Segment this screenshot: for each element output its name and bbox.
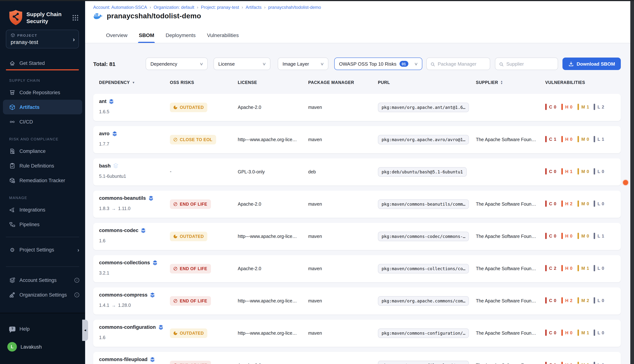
package-manager-cell: maven bbox=[308, 136, 322, 143]
breadcrumb-link[interactable]: Project: pranay-test bbox=[201, 5, 239, 10]
sidebar-item-artifacts[interactable]: Artifacts bbox=[3, 100, 82, 114]
table-row[interactable]: commons-compress 1.4.1→1.28.0 END OF LIF… bbox=[93, 288, 621, 314]
package-manager-input[interactable] bbox=[438, 61, 486, 66]
sidebar-item-compliance[interactable]: Compliance bbox=[0, 144, 85, 158]
vulnerability-counts: C 0H 0M 1L 0 bbox=[545, 330, 610, 336]
download-sbom-label: Download SBOM bbox=[577, 61, 615, 66]
sidebar-item-integrations[interactable]: Integrations bbox=[0, 202, 85, 217]
sidebar-item-cicd[interactable]: CI/CD bbox=[0, 114, 85, 129]
sidebar-item-remediation-tracker[interactable]: Remediation Tracker bbox=[0, 173, 85, 188]
purl-chip[interactable]: pkg:maven/commons-beanutils/comm… bbox=[378, 200, 469, 209]
scrollbar[interactable] bbox=[630, 0, 634, 364]
sidebar-item-get-started[interactable]: Get Started bbox=[0, 56, 85, 70]
filter-dropdown-license[interactable]: License∨ bbox=[213, 58, 270, 70]
table-row[interactable]: avro 1.7.7 CLOSE TO EOL http---www.apach… bbox=[93, 126, 621, 153]
table-row[interactable]: commons-configuration 1.6 OUTDATED http-… bbox=[93, 320, 621, 347]
license-cell: http---www.apache.org-lice… bbox=[238, 298, 297, 304]
vuln-count-m: M 2 bbox=[577, 297, 594, 304]
vuln-count-h: H 0 bbox=[561, 233, 577, 239]
purl-chip[interactable]: pkg:maven/commons-collections/co… bbox=[378, 264, 469, 274]
filter-dropdown-image-layer[interactable]: Image Layer∨ bbox=[278, 58, 328, 70]
download-sbom-button[interactable]: Download SBOM bbox=[562, 58, 621, 70]
breadcrumb-separator: › bbox=[150, 5, 151, 10]
package-manager-cell: maven bbox=[308, 330, 322, 336]
vuln-count-l: L 2 bbox=[594, 104, 610, 110]
vuln-count-l: L 1 bbox=[594, 136, 610, 142]
vuln-count-c: C 0 bbox=[545, 330, 561, 336]
purl-chip[interactable]: pkg:maven/commons-codec/commons-… bbox=[378, 232, 469, 241]
purl-chip[interactable]: pkg:maven/org.apache.avro/avro@1… bbox=[378, 135, 469, 144]
column-header-dependency[interactable]: DEPENDENCY▼ bbox=[99, 80, 135, 85]
app-logo-row: Supply Chain Security bbox=[9, 10, 79, 26]
oss-risk-badge-end-of-life: END OF LIFE bbox=[170, 296, 211, 306]
purl-chip[interactable]: pkg:maven/commons-configuration/… bbox=[378, 328, 469, 338]
sidebar-item-label: Get Started bbox=[20, 60, 45, 66]
purl-chip[interactable]: pkg:maven/commons-fileupload/com… bbox=[378, 361, 469, 364]
sidebar-collapse-handle[interactable]: ◀ bbox=[82, 320, 88, 341]
tab-vulnerabilities[interactable]: Vulnerabilities bbox=[207, 28, 239, 43]
vuln-count-m: M 0 bbox=[577, 362, 594, 364]
layers-icon bbox=[148, 196, 154, 201]
license-cell: http---www.apache.org-lice… bbox=[238, 233, 297, 240]
supplier-input[interactable] bbox=[506, 61, 554, 66]
project-selector[interactable]: PROJECT pranay-test › bbox=[6, 30, 79, 48]
vuln-count-h: H 0 bbox=[561, 136, 577, 142]
info-icon[interactable] bbox=[75, 292, 79, 297]
tab-sbom[interactable]: SBOM bbox=[139, 28, 154, 43]
user-menu[interactable]: L Lavakush bbox=[0, 340, 85, 354]
chevron-right-icon: › bbox=[73, 36, 75, 43]
download-icon bbox=[568, 61, 574, 66]
purl-chip[interactable]: pkg:maven/org.apache.commons/com… bbox=[378, 296, 469, 306]
table-row[interactable]: bash 5.1-6ubuntu1 - GPL-3.0-only deb pkg… bbox=[93, 158, 621, 186]
sidebar-item-rule-definitions[interactable]: Rule Definitions bbox=[0, 158, 85, 173]
oss-risk-badge-outdated: OUTDATED bbox=[170, 103, 207, 112]
owasp-risks-dropdown[interactable]: OWASP OSS Top 10 Risks 01 ∨ bbox=[334, 58, 422, 70]
tab-deployments[interactable]: Deployments bbox=[166, 28, 196, 43]
breadcrumb-link[interactable]: Account: Automation-SSCA bbox=[93, 5, 147, 10]
license-cell: GPL-3.0-only bbox=[238, 168, 265, 175]
purl-chip[interactable]: pkg:deb/ubuntu/bash@5.1-6ubuntu1 bbox=[378, 167, 467, 177]
column-header-supplier[interactable]: SUPPLIER▲▼ bbox=[476, 80, 503, 85]
vulnerability-counts: C 0H 0M 1L 2 bbox=[545, 104, 610, 110]
sidebar-item-pipelines[interactable]: Pipelines bbox=[0, 217, 85, 232]
table-row[interactable]: commons-fileupload END OF LIFE Apache-2.… bbox=[93, 352, 621, 364]
infinity-icon bbox=[9, 118, 16, 125]
sidebar-item-code-repositories[interactable]: Code Repositories bbox=[0, 85, 85, 100]
layers-icon bbox=[150, 292, 155, 298]
breadcrumb-link[interactable]: Artifacts bbox=[246, 5, 262, 10]
vuln-count-h: H 0 bbox=[561, 362, 577, 364]
sidebar-item-help[interactable]: Help bbox=[0, 322, 85, 336]
table-row[interactable]: commons-collections 3.2.1 END OF LIFE Ap… bbox=[93, 255, 621, 282]
table-row[interactable]: commons-codec 1.6 OUTDATED http---www.ap… bbox=[93, 223, 621, 250]
vuln-count-l: L 0 bbox=[594, 330, 610, 336]
sidebar-item-account-settings[interactable]: Account Settings bbox=[0, 273, 85, 288]
vuln-count-c: C 0 bbox=[545, 297, 561, 304]
purl-chip[interactable]: pkg:maven/org.apache.ant/ant@1.6… bbox=[378, 103, 469, 112]
table-row[interactable]: ant 1.6.5 OUTDATED Apache-2.0 maven pkg:… bbox=[93, 94, 621, 121]
breadcrumb-separator: › bbox=[242, 5, 243, 10]
supply-chain-security-app: Supply Chain Security PROJECT pranay-tes… bbox=[0, 0, 634, 364]
table-row[interactable]: commons-beanutils 1.8.3→1.11.0 END OF LI… bbox=[93, 190, 621, 218]
tab-overview[interactable]: Overview bbox=[106, 28, 128, 43]
info-icon[interactable] bbox=[75, 278, 79, 282]
breadcrumb-link[interactable]: Organization: default bbox=[154, 5, 194, 10]
sidebar-item-label: Organization Settings bbox=[20, 292, 67, 298]
breadcrumb-link[interactable]: pranaycshah/todolist-demo bbox=[268, 5, 321, 10]
module-grid-icon[interactable] bbox=[72, 14, 79, 21]
supplier-cell: The Apache Software Foun… bbox=[476, 330, 536, 336]
vuln-count-l: L 0 bbox=[594, 168, 610, 174]
sidebar-item-project-settings[interactable]: ⚙Project Settings› bbox=[0, 242, 85, 257]
vuln-count-m: M 0 bbox=[577, 136, 594, 142]
dependency-name: commons-codec bbox=[99, 228, 146, 233]
vuln-count-l: L 1 bbox=[594, 233, 610, 239]
home-icon bbox=[9, 60, 16, 66]
chevron-down-icon: ∨ bbox=[320, 62, 324, 66]
package-manager-cell: maven bbox=[308, 233, 322, 240]
tabs: OverviewSBOMDeploymentsVulnerabilities bbox=[106, 28, 239, 43]
sidebar-item-organization-settings[interactable]: Organization Settings bbox=[0, 288, 85, 302]
filter-dropdown-dependency[interactable]: Dependency∨ bbox=[146, 58, 208, 70]
nav-divider bbox=[6, 237, 79, 237]
vulnerability-counts: C 0H 1M 0L 0 bbox=[545, 168, 610, 174]
layers-icon bbox=[112, 131, 117, 136]
vuln-count-m: M 1 bbox=[577, 104, 594, 110]
